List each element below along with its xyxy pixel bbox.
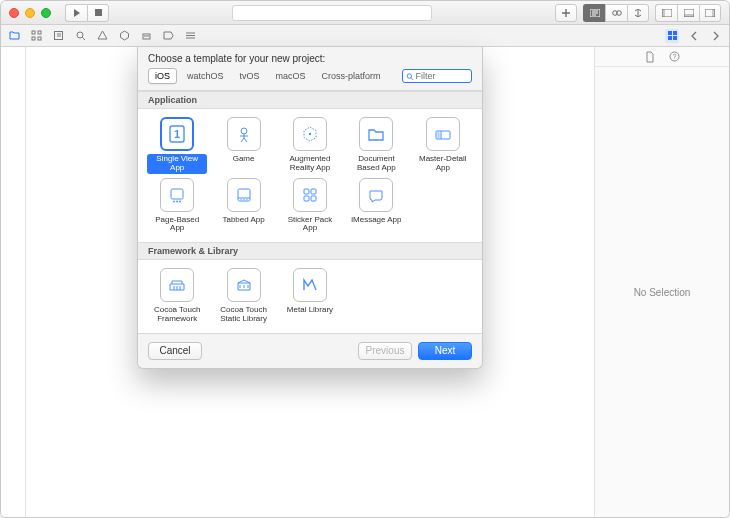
platform-tab-macos[interactable]: macOS xyxy=(270,69,312,83)
template-document-app[interactable]: Document Based App xyxy=(343,117,409,174)
jump-bar-grid-icon[interactable] xyxy=(665,29,679,43)
file-inspector-icon[interactable] xyxy=(643,50,657,64)
minimize-window-button[interactable] xyxy=(25,8,35,18)
template-label: iMessage App xyxy=(348,215,404,233)
template-master-detail-app[interactable]: Master-Detail App xyxy=(410,117,476,174)
project-navigator-icon[interactable] xyxy=(7,29,21,43)
report-navigator-icon[interactable] xyxy=(183,29,197,43)
symbol-navigator-icon[interactable] xyxy=(51,29,65,43)
metal-icon xyxy=(293,268,327,302)
imessage-icon xyxy=(359,178,393,212)
svg-rect-18 xyxy=(32,37,35,40)
svg-rect-1 xyxy=(95,9,102,16)
template-sticker-pack-app[interactable]: Sticker Pack App xyxy=(277,178,343,235)
find-navigator-icon[interactable] xyxy=(73,29,87,43)
platform-tab-tvos[interactable]: tvOS xyxy=(234,69,266,83)
template-single-view-app[interactable]: 1 Single View App xyxy=(144,117,210,174)
svg-rect-32 xyxy=(668,36,672,40)
platform-tab-ios[interactable]: iOS xyxy=(148,68,177,84)
svg-point-39 xyxy=(309,133,311,135)
framework-icon xyxy=(160,268,194,302)
svg-point-23 xyxy=(77,32,83,38)
master-detail-icon xyxy=(426,117,460,151)
activity-viewer xyxy=(115,5,549,21)
template-game[interactable]: Game xyxy=(210,117,276,174)
template-label: Master-Detail App xyxy=(413,154,473,174)
platform-tab-watchos[interactable]: watchOS xyxy=(181,69,230,83)
sheet-title: Choose a template for your new project: xyxy=(138,47,482,68)
toolbar-right xyxy=(555,4,721,22)
template-tabbed-app[interactable]: Tabbed App xyxy=(210,178,276,235)
document-icon xyxy=(359,117,393,151)
template-label: Page-Based App xyxy=(147,215,207,235)
template-imessage-app[interactable]: iMessage App xyxy=(343,178,409,235)
issue-navigator-icon[interactable] xyxy=(95,29,109,43)
traffic-lights xyxy=(9,8,51,18)
cancel-button[interactable]: Cancel xyxy=(148,342,202,360)
toggle-inspector-button[interactable] xyxy=(699,4,721,22)
template-metal-library[interactable]: Metal Library xyxy=(277,268,343,325)
standard-editor-button[interactable] xyxy=(583,4,605,22)
panel-toggle-group xyxy=(655,4,721,22)
navigator-tabstrip xyxy=(1,25,729,47)
svg-rect-13 xyxy=(684,14,694,17)
svg-rect-56 xyxy=(304,196,309,201)
svg-point-52 xyxy=(243,198,244,199)
svg-point-47 xyxy=(176,200,178,202)
template-grid-framework: Cocoa Touch Framework Cocoa Touch Static… xyxy=(138,260,482,333)
editor-mode-group xyxy=(583,4,649,22)
filter-field[interactable] xyxy=(402,69,472,83)
svg-rect-33 xyxy=(673,36,677,40)
svg-rect-15 xyxy=(712,9,715,17)
template-label: Single View App xyxy=(147,154,207,174)
version-editor-button[interactable] xyxy=(627,4,649,22)
next-button[interactable]: Next xyxy=(418,342,472,360)
platform-tab-crossplatform[interactable]: Cross-platform xyxy=(316,69,387,83)
ar-icon xyxy=(293,117,327,151)
game-icon xyxy=(227,117,261,151)
jump-bar-back-icon[interactable] xyxy=(687,29,701,43)
breakpoint-navigator-icon[interactable] xyxy=(161,29,175,43)
filter-icon xyxy=(406,72,414,81)
run-button[interactable] xyxy=(65,4,87,22)
zoom-window-button[interactable] xyxy=(41,8,51,18)
svg-line-35 xyxy=(411,77,413,79)
svg-point-46 xyxy=(173,200,175,202)
static-lib-icon xyxy=(227,268,261,302)
activity-bar xyxy=(232,5,432,21)
template-cocoa-touch-static-library[interactable]: Cocoa Touch Static Library xyxy=(210,268,276,325)
help-inspector-icon[interactable]: ? xyxy=(667,50,681,64)
svg-rect-57 xyxy=(311,196,316,201)
source-control-navigator-icon[interactable] xyxy=(29,29,43,43)
stop-button[interactable] xyxy=(87,4,109,22)
svg-rect-19 xyxy=(38,37,41,40)
template-page-based-app[interactable]: Page-Based App xyxy=(144,178,210,235)
previous-button[interactable]: Previous xyxy=(358,342,412,360)
toggle-debug-button[interactable] xyxy=(677,4,699,22)
svg-marker-0 xyxy=(74,9,80,17)
jump-bar-forward-icon[interactable] xyxy=(709,29,723,43)
template-label: Document Based App xyxy=(346,154,406,174)
sticker-icon xyxy=(293,178,327,212)
svg-point-34 xyxy=(407,73,411,77)
svg-point-38 xyxy=(241,128,247,134)
svg-text:?: ? xyxy=(672,53,676,60)
assistant-editor-button[interactable] xyxy=(605,4,627,22)
debug-navigator-icon[interactable] xyxy=(139,29,153,43)
template-ar-app[interactable]: Augmented Reality App xyxy=(277,117,343,174)
template-label: Tabbed App xyxy=(219,215,267,233)
svg-rect-54 xyxy=(304,189,309,194)
toggle-navigator-button[interactable] xyxy=(655,4,677,22)
template-cocoa-touch-framework[interactable]: Cocoa Touch Framework xyxy=(144,268,210,325)
close-window-button[interactable] xyxy=(9,8,19,18)
svg-rect-16 xyxy=(32,31,35,34)
svg-line-24 xyxy=(82,37,85,40)
main-content: Choose a template for your new project: … xyxy=(1,47,729,517)
library-button[interactable] xyxy=(555,4,577,22)
svg-rect-55 xyxy=(311,189,316,194)
xcode-window: Choose a template for your new project: … xyxy=(0,0,730,518)
new-project-sheet: Choose a template for your new project: … xyxy=(137,47,483,369)
filter-input[interactable] xyxy=(416,71,468,81)
tabbed-icon xyxy=(227,178,261,212)
test-navigator-icon[interactable] xyxy=(117,29,131,43)
